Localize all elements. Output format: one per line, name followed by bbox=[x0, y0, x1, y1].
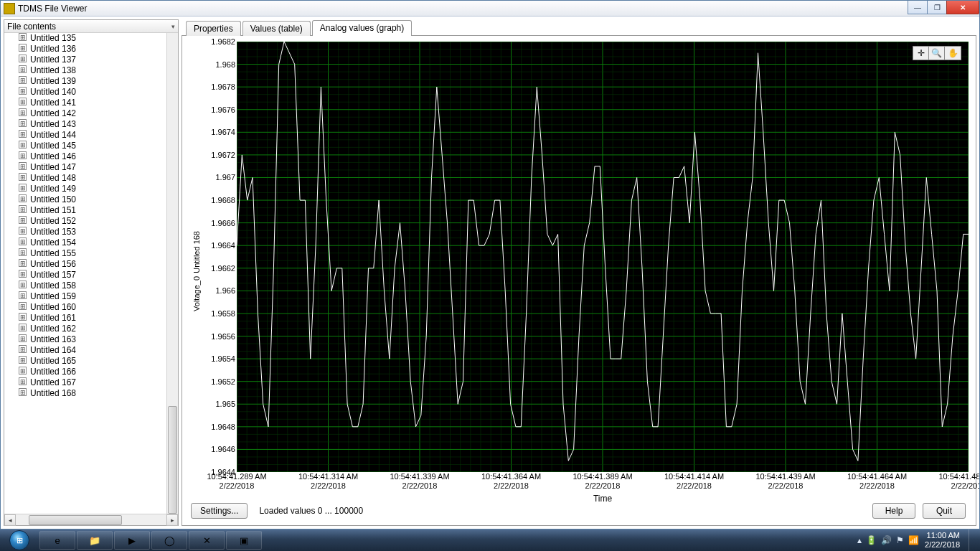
tree-item[interactable]: Untitled 150 bbox=[4, 194, 166, 205]
tree-item[interactable]: Untitled 140 bbox=[4, 87, 166, 98]
clock[interactable]: 11:00 AM 2/22/2018 bbox=[925, 531, 960, 550]
y-tick: 1.9682 bbox=[211, 37, 235, 46]
scroll-right-button[interactable]: ▸ bbox=[166, 514, 178, 526]
start-button[interactable]: ⊞ bbox=[0, 529, 39, 551]
pan-tool-icon[interactable]: ✋ bbox=[945, 47, 961, 60]
tree-item[interactable]: Untitled 167 bbox=[4, 377, 166, 388]
x-axis: Time 10:54:41.289 AM2/22/201810:54:41.31… bbox=[237, 472, 969, 501]
tree-item[interactable]: Untitled 158 bbox=[4, 281, 166, 291]
taskbar-app1-icon[interactable]: ✕ bbox=[189, 531, 225, 550]
tab-analog-graph[interactable]: Analog values (graph) bbox=[312, 20, 412, 36]
y-axis-ticks: 1.96441.96461.96481.9651.96521.96541.965… bbox=[205, 42, 237, 501]
graph-palette[interactable]: ✛ 🔍 ✋ bbox=[913, 46, 961, 60]
windows-orb-icon: ⊞ bbox=[9, 530, 29, 550]
tree-item[interactable]: Untitled 166 bbox=[4, 367, 166, 377]
tree-item[interactable]: Untitled 135 bbox=[4, 33, 166, 44]
tree-horizontal-scrollbar[interactable]: ◂ ▸ bbox=[4, 514, 178, 525]
tray-icons[interactable]: ▴ 🔋 🔊 ⚑ 📶 bbox=[857, 535, 919, 545]
tree-item[interactable]: Untitled 145 bbox=[4, 141, 166, 151]
scroll-left-button[interactable]: ◂ bbox=[4, 514, 16, 526]
client-area: File contents ▾ Untitled 135Untitled 136… bbox=[1, 17, 979, 529]
x-tick: 10:54:41.464 AM2/22/2018 bbox=[847, 472, 907, 491]
taskbar[interactable]: ⊞ e 📁 ▶ ◯ ✕ ▣ ▴ 🔋 🔊 ⚑ 📶 11:00 AM 2/22/20… bbox=[0, 529, 980, 551]
body: File contents ▾ Untitled 135Untitled 136… bbox=[1, 17, 979, 529]
x-tick: 10:54:41.488 AM2/22/2018 bbox=[938, 472, 979, 491]
maximize-button[interactable] bbox=[927, 1, 947, 14]
network-icon[interactable]: 📶 bbox=[908, 535, 919, 545]
tree-item[interactable]: Untitled 139 bbox=[4, 76, 166, 87]
tree-item[interactable]: Untitled 147 bbox=[4, 162, 166, 173]
minimize-button[interactable] bbox=[908, 1, 928, 14]
y-tick: 1.9678 bbox=[211, 83, 235, 91]
titlebar[interactable]: TDMS File Viewer bbox=[1, 1, 979, 17]
tray-up-icon[interactable]: ▴ bbox=[857, 535, 862, 545]
file-tree[interactable]: Untitled 135Untitled 136Untitled 137Unti… bbox=[4, 33, 178, 514]
taskbar-ie-icon[interactable]: e bbox=[39, 531, 75, 550]
tree-item[interactable]: Untitled 151 bbox=[4, 205, 166, 216]
settings-button[interactable]: Settings... bbox=[191, 503, 248, 519]
y-tick: 1.9668 bbox=[211, 196, 235, 204]
tree-item[interactable]: Untitled 137 bbox=[4, 55, 166, 65]
close-button[interactable] bbox=[946, 1, 979, 14]
file-contents-header[interactable]: File contents ▾ bbox=[4, 20, 178, 33]
tree-item[interactable]: Untitled 143 bbox=[4, 119, 166, 130]
x-tick: 10:54:41.414 AM2/22/2018 bbox=[664, 472, 724, 491]
x-tick: 10:54:41.439 AM2/22/2018 bbox=[755, 472, 815, 491]
tab-properties[interactable]: Properties bbox=[186, 21, 241, 36]
tree-vertical-scrollbar[interactable] bbox=[166, 33, 178, 514]
y-tick: 1.9652 bbox=[211, 377, 235, 386]
tree-item[interactable]: Untitled 144 bbox=[4, 130, 166, 141]
dropdown-icon[interactable]: ▾ bbox=[171, 23, 175, 30]
tree-item[interactable]: Untitled 165 bbox=[4, 356, 166, 367]
tree-item[interactable]: Untitled 163 bbox=[4, 334, 166, 345]
app-icon bbox=[4, 3, 15, 14]
taskbar-chrome-icon[interactable]: ◯ bbox=[151, 531, 187, 550]
zoom-tool-icon[interactable]: 🔍 bbox=[929, 47, 945, 60]
tree-item[interactable]: Untitled 164 bbox=[4, 345, 166, 356]
crosshair-tool-icon[interactable]: ✛ bbox=[913, 47, 929, 60]
y-tick: 1.965 bbox=[215, 400, 235, 408]
y-tick: 1.9656 bbox=[211, 332, 235, 341]
show-desktop-button[interactable] bbox=[969, 529, 976, 551]
tree-item[interactable]: Untitled 161 bbox=[4, 313, 166, 324]
y-tick: 1.9648 bbox=[211, 423, 235, 431]
scroll-thumb[interactable] bbox=[168, 406, 177, 514]
y-tick: 1.9646 bbox=[211, 445, 235, 453]
x-tick: 10:54:41.289 AM2/22/2018 bbox=[207, 472, 266, 491]
tree-item[interactable]: Untitled 154 bbox=[4, 237, 166, 248]
battery-icon[interactable]: 🔋 bbox=[866, 535, 877, 545]
plot[interactable]: Time 10:54:41.289 AM2/22/201810:54:41.31… bbox=[237, 42, 969, 501]
system-tray[interactable]: ▴ 🔋 🔊 ⚑ 📶 11:00 AM 2/22/2018 bbox=[857, 529, 980, 551]
file-contents-label: File contents bbox=[7, 22, 56, 32]
flag-icon[interactable]: ⚑ bbox=[896, 535, 904, 545]
tree-item[interactable]: Untitled 162 bbox=[4, 324, 166, 334]
tree-item[interactable]: Untitled 142 bbox=[4, 108, 166, 119]
tree-item[interactable]: Untitled 138 bbox=[4, 65, 166, 76]
x-axis-label: Time bbox=[593, 494, 612, 504]
tree-item[interactable]: Untitled 146 bbox=[4, 151, 166, 162]
tree-item[interactable]: Untitled 155 bbox=[4, 248, 166, 259]
tree-item[interactable]: Untitled 148 bbox=[4, 173, 166, 184]
tree-item[interactable]: Untitled 157 bbox=[4, 270, 166, 281]
y-tick: 1.9672 bbox=[211, 151, 235, 159]
taskbar-labview-icon[interactable]: ▣ bbox=[226, 531, 262, 550]
x-tick: 10:54:41.339 AM2/22/2018 bbox=[390, 472, 449, 491]
plot-canvas[interactable] bbox=[237, 42, 969, 472]
hscroll-thumb[interactable] bbox=[29, 515, 122, 525]
tree-item[interactable]: Untitled 149 bbox=[4, 184, 166, 194]
tree-item[interactable]: Untitled 153 bbox=[4, 227, 166, 237]
tree-item[interactable]: Untitled 152 bbox=[4, 216, 166, 227]
tree-item[interactable]: Untitled 160 bbox=[4, 302, 166, 313]
help-button[interactable]: Help bbox=[872, 503, 915, 519]
taskbar-explorer-icon[interactable]: 📁 bbox=[77, 531, 113, 550]
tree-item[interactable]: Untitled 168 bbox=[4, 388, 166, 399]
tree-item[interactable]: Untitled 159 bbox=[4, 291, 166, 302]
quit-button[interactable]: Quit bbox=[923, 503, 966, 519]
clock-time: 11:00 AM bbox=[925, 531, 960, 540]
taskbar-mediaplayer-icon[interactable]: ▶ bbox=[114, 531, 150, 550]
tree-item[interactable]: Untitled 136 bbox=[4, 44, 166, 55]
tree-item[interactable]: Untitled 141 bbox=[4, 98, 166, 108]
tab-values-table[interactable]: Values (table) bbox=[242, 21, 311, 36]
tree-item[interactable]: Untitled 156 bbox=[4, 259, 166, 270]
volume-icon[interactable]: 🔊 bbox=[881, 535, 892, 545]
